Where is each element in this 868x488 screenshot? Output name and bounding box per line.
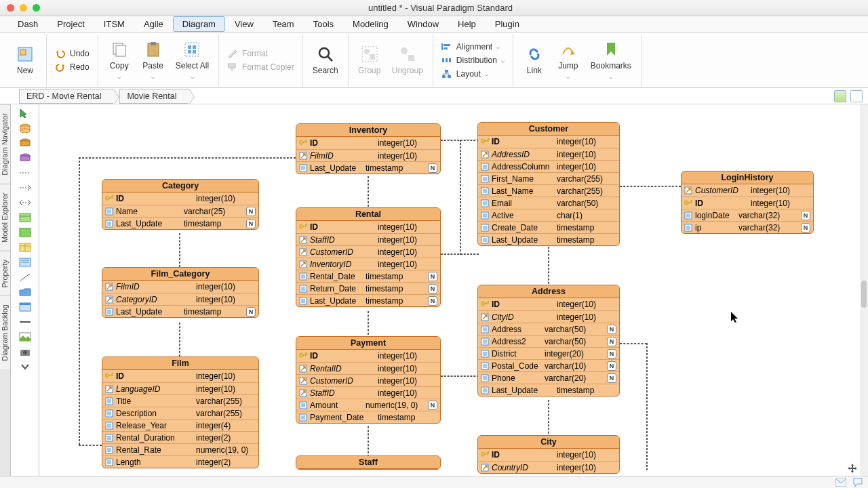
column-row[interactable]: Addressvarchar(50)N [478, 323, 619, 335]
column-row[interactable]: IDinteger(10) [296, 137, 440, 149]
note-icon[interactable] [19, 258, 31, 267]
paste-button[interactable]: Paste⌵ [138, 39, 169, 81]
column-row[interactable]: IDinteger(10) [682, 197, 813, 209]
column-row[interactable]: IDinteger(10) [102, 370, 258, 382]
tab-model-explorer[interactable]: Model Explorer [0, 184, 10, 251]
column-row[interactable]: loginDatevarchar(32)N [682, 209, 813, 221]
tab-diagram-navigator[interactable]: Diagram Navigator [0, 104, 10, 184]
column-row[interactable]: Last_UpdatetimestampN [102, 217, 258, 229]
column-row[interactable]: Emailvarchar(50) [478, 197, 619, 209]
column-row[interactable]: CustomerIDinteger(10) [296, 245, 440, 258]
column-row[interactable]: Titlevarchar(255) [102, 394, 258, 407]
column-row[interactable]: Payment_Datetimestamp [296, 411, 440, 423]
column-row[interactable]: Last_Updatetimestamp [478, 233, 619, 245]
column-row[interactable]: FilmIDinteger(10) [296, 149, 440, 161]
column-row[interactable]: Return_DatetimestampN [296, 282, 440, 294]
chat-icon[interactable] [853, 478, 863, 487]
group-button[interactable]: Group [354, 44, 385, 77]
line-icon[interactable] [19, 272, 31, 282]
entity-inventory[interactable]: Inventory IDinteger(10)FilmIDinteger(10)… [296, 123, 441, 174]
vertical-scrollbar[interactable] [860, 104, 868, 476]
column-row[interactable]: Rental_Durationinteger(2) [102, 431, 258, 443]
menu-tools[interactable]: Tools [304, 16, 343, 32]
column-row[interactable]: IDinteger(10) [296, 221, 440, 233]
undo-button[interactable]: Undo [52, 47, 92, 60]
crumb-root[interactable]: ERD - Movie Rental [19, 89, 114, 104]
table-green-icon[interactable] [19, 213, 31, 222]
entity-loginhistory[interactable]: LoginHistory CustomerIDinteger(10)IDinte… [681, 171, 814, 234]
panel-icon[interactable] [850, 90, 863, 102]
rel-many-many-icon[interactable] [19, 198, 31, 207]
menu-modeling[interactable]: Modeling [343, 16, 398, 32]
column-row[interactable]: Descriptionvarchar(255) [102, 407, 258, 419]
tab-property[interactable]: Property [0, 251, 10, 296]
crumb-current[interactable]: Movie Rental [119, 89, 189, 104]
column-row[interactable]: Last_UpdatetimestampN [102, 305, 258, 317]
menu-window[interactable]: Window [398, 16, 448, 32]
column-row[interactable]: Create_Datetimestamp [478, 221, 619, 233]
menu-team[interactable]: Team [263, 16, 304, 32]
column-row[interactable]: Last_Namevarchar(255) [478, 184, 619, 197]
menu-agile[interactable]: Agile [134, 16, 173, 32]
copy-button[interactable]: Copy⌵ [104, 39, 135, 81]
column-row[interactable]: Last_Updatetimestamp [478, 384, 619, 396]
view-tool-icon[interactable] [19, 153, 31, 163]
column-row[interactable]: Districtinteger(20)N [478, 347, 619, 359]
menu-view[interactable]: View [225, 16, 263, 32]
menu-diagram[interactable]: Diagram [173, 16, 225, 32]
column-row[interactable]: CustomerIDinteger(10) [296, 374, 440, 386]
folder-icon[interactable] [19, 287, 31, 297]
entity-rental[interactable]: Rental IDinteger(10)StaffIDinteger(10)Cu… [296, 207, 441, 307]
column-row[interactable]: Address2varchar(50)N [478, 335, 619, 347]
image-icon[interactable] [19, 332, 31, 342]
table-yellow-icon[interactable] [19, 243, 31, 252]
entity-category[interactable]: Category IDinteger(10)Namevarchar(25)NLa… [102, 179, 259, 230]
entity-city[interactable]: City IDinteger(10)CountryIDinteger(10) [477, 435, 620, 474]
column-row[interactable]: Last_UpdatetimestampN [296, 161, 440, 174]
column-row[interactable]: First_Namevarchar(255) [478, 172, 619, 184]
rel-one-one-icon[interactable] [19, 168, 31, 178]
column-row[interactable]: Activechar(1) [478, 209, 619, 221]
format-button[interactable]: Format [224, 47, 297, 60]
ungroup-button[interactable]: Ungroup [388, 44, 427, 77]
column-row[interactable]: IDinteger(10) [296, 350, 440, 362]
menu-project[interactable]: Project [47, 16, 94, 32]
entity-tool-icon[interactable] [19, 123, 31, 133]
camera-icon[interactable] [19, 347, 31, 357]
entity-film[interactable]: Film IDinteger(10)LanguageIDinteger(10)T… [102, 357, 259, 468]
distribution-button[interactable]: Distribution ⌵ [439, 54, 507, 66]
table-green2-icon[interactable] [19, 228, 31, 237]
column-row[interactable]: AddressIDinteger(10) [478, 148, 619, 160]
column-row[interactable]: FilmIDinteger(10) [102, 281, 258, 293]
jump-button[interactable]: Jump⌵ [553, 39, 584, 81]
link-button[interactable]: Link [519, 44, 550, 77]
column-row[interactable]: Postal_Codevarchar(10)N [478, 359, 619, 371]
window-icon[interactable] [19, 302, 31, 312]
column-row[interactable]: Rental_DatetimestampN [296, 270, 440, 282]
cursor-tool-icon[interactable] [19, 108, 31, 118]
search-button[interactable]: Search [309, 44, 342, 77]
column-row[interactable]: RentalIDinteger(10) [296, 362, 440, 374]
column-row[interactable]: CityIDinteger(10) [478, 310, 619, 323]
column-row[interactable]: CountryIDinteger(10) [478, 461, 619, 473]
column-row[interactable]: ipvarchar(32)N [682, 221, 813, 233]
column-row[interactable]: LanguageIDinteger(10) [102, 382, 258, 394]
chevron-down-icon[interactable] [19, 362, 31, 371]
hline-icon[interactable] [19, 317, 31, 327]
layout-button[interactable]: Layout ⌵ [439, 68, 507, 80]
column-row[interactable]: IDinteger(10) [478, 449, 619, 461]
column-row[interactable]: Release_Yearinteger(4) [102, 419, 258, 431]
tab-diagram-backlog[interactable]: Diagram Backlog [0, 296, 10, 369]
menu-plugin[interactable]: Plugin [486, 16, 529, 32]
pan-icon[interactable] [848, 464, 857, 473]
entity-payment[interactable]: Payment IDinteger(10)RentalIDinteger(10)… [296, 336, 441, 424]
scrollbar-thumb[interactable] [861, 281, 867, 308]
column-row[interactable]: IDinteger(10) [102, 192, 258, 205]
column-row[interactable]: CustomerIDinteger(10) [682, 184, 813, 197]
column-row[interactable]: InventoryIDinteger(10) [296, 258, 440, 270]
entity-address[interactable]: Address IDinteger(10)CityIDinteger(10)Ad… [477, 285, 620, 396]
column-row[interactable]: CategoryIDinteger(10) [102, 293, 258, 305]
column-row[interactable]: Amountnumeric(19, 0)N [296, 399, 440, 411]
formatcopier-button[interactable]: Format Copier [224, 61, 297, 73]
menu-itsm[interactable]: ITSM [94, 16, 134, 32]
